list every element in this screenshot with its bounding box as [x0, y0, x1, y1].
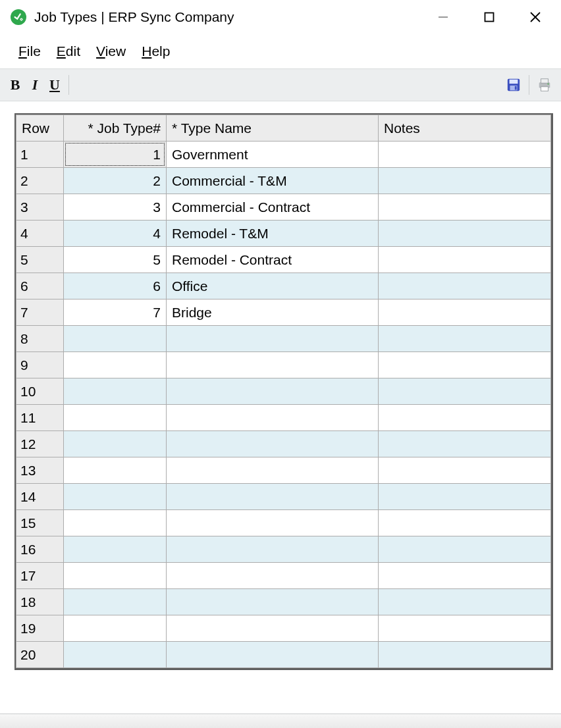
table-row[interactable]: 11Government [16, 142, 551, 168]
typename-cell[interactable] [167, 642, 379, 668]
jobtype-cell[interactable] [64, 484, 167, 510]
menu-file[interactable]: File [18, 43, 41, 59]
typename-cell[interactable]: Commercial - T&M [167, 168, 379, 194]
row-header-cell[interactable]: 7 [16, 299, 64, 326]
notes-cell[interactable] [379, 247, 551, 273]
notes-cell[interactable] [379, 589, 551, 615]
row-header-cell[interactable]: 3 [16, 194, 64, 221]
notes-cell[interactable] [379, 221, 551, 247]
notes-cell[interactable] [379, 142, 551, 168]
row-header-cell[interactable]: 19 [16, 615, 64, 642]
row-header-cell[interactable]: 20 [16, 642, 64, 668]
col-header-typename[interactable]: * Type Name [167, 115, 379, 142]
table-row[interactable]: 13 [16, 457, 551, 484]
minimize-button[interactable] [420, 3, 466, 32]
table-row[interactable]: 55Remodel - Contract [16, 247, 551, 273]
jobtype-cell[interactable]: 2 [64, 168, 167, 194]
row-header-cell[interactable]: 2 [16, 168, 64, 194]
notes-cell[interactable] [379, 484, 551, 510]
close-button[interactable] [512, 3, 558, 32]
table-row[interactable]: 8 [16, 326, 551, 352]
typename-cell[interactable] [167, 378, 379, 405]
table-row[interactable]: 77Bridge [16, 299, 551, 326]
jobtype-cell[interactable] [64, 510, 167, 536]
menu-help[interactable]: Help [142, 43, 170, 59]
notes-cell[interactable] [379, 642, 551, 668]
typename-cell[interactable] [167, 484, 379, 510]
notes-cell[interactable] [379, 536, 551, 563]
typename-cell[interactable] [167, 615, 379, 642]
col-header-notes[interactable]: Notes [379, 115, 551, 142]
notes-cell[interactable] [379, 457, 551, 484]
jobtype-cell[interactable]: 1 [64, 142, 167, 168]
data-grid[interactable]: Row * Job Type# * Type Name Notes 11Gove… [14, 113, 553, 670]
table-row[interactable]: 10 [16, 378, 551, 405]
notes-cell[interactable] [379, 194, 551, 221]
typename-cell[interactable] [167, 457, 379, 484]
typename-cell[interactable]: Government [167, 142, 379, 168]
jobtype-cell[interactable] [64, 326, 167, 352]
typename-cell[interactable] [167, 589, 379, 615]
row-header-cell[interactable]: 11 [16, 405, 64, 431]
notes-cell[interactable] [379, 405, 551, 431]
row-header-cell[interactable]: 9 [16, 352, 64, 378]
row-header-cell[interactable]: 12 [16, 431, 64, 457]
typename-cell[interactable] [167, 431, 379, 457]
row-header-cell[interactable]: 1 [16, 142, 64, 168]
table-row[interactable]: 9 [16, 352, 551, 378]
row-header-cell[interactable]: 18 [16, 589, 64, 615]
jobtype-cell[interactable] [64, 431, 167, 457]
notes-cell[interactable] [379, 378, 551, 405]
jobtype-cell[interactable] [64, 589, 167, 615]
row-header-cell[interactable]: 13 [16, 457, 64, 484]
notes-cell[interactable] [379, 273, 551, 299]
row-header-cell[interactable]: 14 [16, 484, 64, 510]
notes-cell[interactable] [379, 615, 551, 642]
notes-cell[interactable] [379, 563, 551, 589]
notes-cell[interactable] [379, 326, 551, 352]
jobtype-cell[interactable]: 6 [64, 273, 167, 299]
jobtype-cell[interactable]: 7 [64, 299, 167, 326]
bold-button[interactable]: B [5, 75, 25, 95]
notes-cell[interactable] [379, 352, 551, 378]
table-row[interactable]: 11 [16, 405, 551, 431]
italic-button[interactable]: I [25, 75, 45, 95]
jobtype-cell[interactable] [64, 457, 167, 484]
jobtype-cell[interactable] [64, 378, 167, 405]
maximize-button[interactable] [466, 3, 512, 32]
typename-cell[interactable]: Office [167, 273, 379, 299]
jobtype-cell[interactable] [64, 615, 167, 642]
jobtype-cell[interactable]: 4 [64, 221, 167, 247]
typename-cell[interactable] [167, 326, 379, 352]
table-row[interactable]: 16 [16, 536, 551, 563]
row-header-cell[interactable]: 4 [16, 221, 64, 247]
jobtype-cell[interactable]: 5 [64, 247, 167, 273]
row-header-cell[interactable]: 17 [16, 563, 64, 589]
underline-button[interactable]: U [45, 75, 65, 95]
table-row[interactable]: 14 [16, 484, 551, 510]
row-header-cell[interactable]: 15 [16, 510, 64, 536]
row-header-cell[interactable]: 5 [16, 247, 64, 273]
print-button[interactable] [536, 76, 553, 93]
jobtype-cell[interactable] [64, 352, 167, 378]
save-button[interactable] [505, 76, 522, 93]
typename-cell[interactable] [167, 510, 379, 536]
notes-cell[interactable] [379, 299, 551, 326]
col-header-jobtype[interactable]: * Job Type# [64, 115, 167, 142]
col-header-row[interactable]: Row [16, 115, 64, 142]
typename-cell[interactable] [167, 536, 379, 563]
notes-cell[interactable] [379, 168, 551, 194]
notes-cell[interactable] [379, 431, 551, 457]
typename-cell[interactable]: Commercial - Contract [167, 194, 379, 221]
table-row[interactable]: 44Remodel - T&M [16, 221, 551, 247]
table-row[interactable]: 22Commercial - T&M [16, 168, 551, 194]
typename-cell[interactable]: Remodel - T&M [167, 221, 379, 247]
typename-cell[interactable] [167, 563, 379, 589]
table-row[interactable]: 19 [16, 615, 551, 642]
notes-cell[interactable] [379, 510, 551, 536]
table-row[interactable]: 20 [16, 642, 551, 668]
table-row[interactable]: 15 [16, 510, 551, 536]
table-row[interactable]: 33Commercial - Contract [16, 194, 551, 221]
jobtype-cell[interactable] [64, 405, 167, 431]
menu-edit[interactable]: Edit [57, 43, 80, 59]
